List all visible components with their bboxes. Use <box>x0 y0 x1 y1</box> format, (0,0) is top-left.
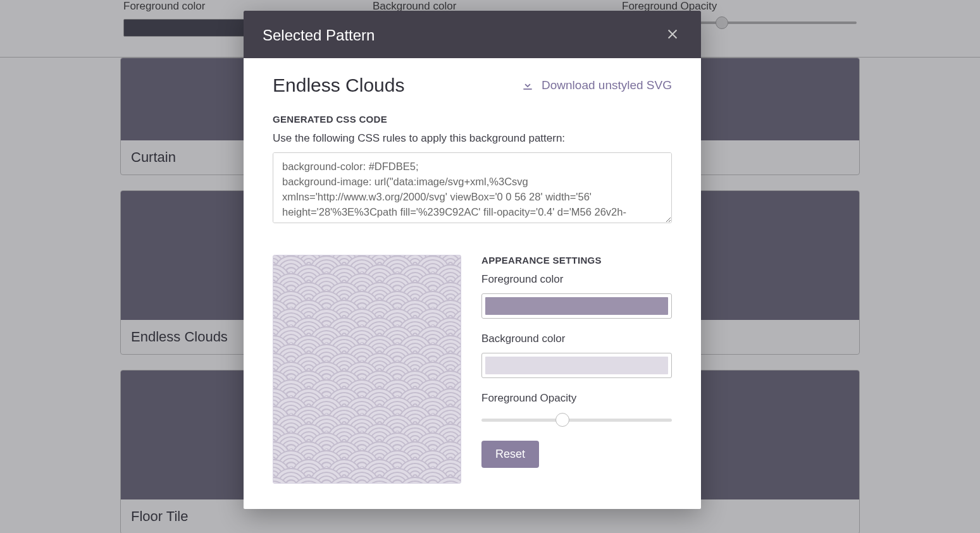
css-code-textarea[interactable] <box>273 152 672 223</box>
download-svg-link[interactable]: Download unstyled SVG <box>521 78 672 92</box>
opacity-slider-thumb[interactable] <box>555 413 569 427</box>
modal-body: Endless Clouds Download unstyled SVG GEN… <box>244 58 701 509</box>
close-icon <box>666 27 679 41</box>
generated-css-label: GENERATED CSS CODE <box>273 114 672 125</box>
modal-header: Selected Pattern <box>244 11 701 58</box>
fg-color-value <box>485 297 668 315</box>
bg-color-picker[interactable] <box>481 353 672 378</box>
fg-color-label: Foreground color <box>481 273 672 286</box>
pattern-name: Endless Clouds <box>273 75 404 96</box>
opacity-label: Foreground Opacity <box>481 392 672 405</box>
reset-button[interactable]: Reset <box>481 441 539 468</box>
close-button[interactable] <box>663 25 682 46</box>
download-svg-label: Download unstyled SVG <box>542 78 672 92</box>
selected-pattern-modal: Selected Pattern Endless Clouds Download… <box>244 11 701 509</box>
bg-color-label: Background color <box>481 333 672 345</box>
css-hint: Use the following CSS rules to apply thi… <box>273 132 672 145</box>
pattern-live-preview <box>273 255 461 484</box>
fg-color-picker[interactable] <box>481 293 672 319</box>
appearance-settings: APPEARANCE SETTINGS Foreground color Bac… <box>481 255 672 484</box>
modal-title: Selected Pattern <box>263 27 375 44</box>
bg-color-value <box>485 357 668 374</box>
download-icon <box>521 79 534 92</box>
appearance-settings-label: APPEARANCE SETTINGS <box>481 255 672 266</box>
opacity-slider[interactable] <box>481 419 672 422</box>
